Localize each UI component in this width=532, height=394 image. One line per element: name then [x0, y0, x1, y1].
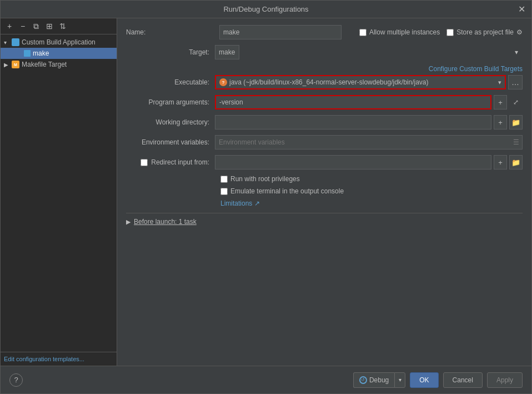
program-args-expand-button[interactable]: ⤢ — [509, 95, 523, 109]
redirect-add-button[interactable]: + — [494, 155, 507, 169]
configure-link[interactable]: Configure Custom Build Targets — [126, 65, 523, 73]
java-icon: ? — [219, 78, 227, 86]
store-project-checkbox[interactable] — [446, 29, 454, 36]
working-dir-row: Working directory: + 📁 — [126, 115, 523, 129]
help-button[interactable]: ? — [9, 373, 23, 387]
program-args-label: Program arguments: — [126, 98, 215, 106]
store-project-icon: ⚙ — [516, 28, 523, 36]
add-config-button[interactable]: + — [4, 21, 15, 32]
edit-templates-label: Edit configuration templates... — [4, 356, 84, 362]
sidebar: + − ⧉ ⊞ ⇅ ▾ Custom Build Application m — [1, 18, 117, 366]
executable-display[interactable]: ? java (~jdk/build/linux-x86_64-normal-s… — [215, 75, 506, 89]
executable-label: Executable: — [126, 78, 215, 86]
program-args-row: Program arguments: + ⤢ — [126, 95, 523, 109]
debug-label: Debug — [369, 376, 389, 384]
target-label: Target: — [126, 48, 215, 56]
allow-multiple-checkbox[interactable] — [359, 29, 367, 36]
emulate-terminal-checkbox[interactable] — [220, 188, 228, 195]
working-dir-add-button[interactable]: + — [494, 115, 507, 129]
footer-buttons: ↺ Debug ▾ OK Cancel Apply — [353, 372, 523, 388]
emulate-terminal-label[interactable]: Emulate terminal in the output console — [220, 187, 344, 195]
title-bar: Run/Debug Configurations ✕ — [1, 1, 531, 18]
ok-button[interactable]: OK — [410, 372, 438, 388]
redirect-label: Redirect input from: — [126, 158, 215, 166]
ok-label: OK — [419, 376, 429, 384]
config-tree: ▾ Custom Build Application make ▶ M Make… — [1, 34, 117, 72]
debug-icon: ↺ — [359, 376, 367, 384]
emulate-terminal-text: Emulate terminal in the output console — [230, 187, 344, 195]
apply-label: Apply — [496, 376, 513, 384]
sidebar-item-custom-build[interactable]: ▾ Custom Build Application — [1, 37, 117, 48]
redirect-row: Redirect input from: + 📁 — [126, 155, 523, 169]
allow-multiple-text: Allow multiple instances — [369, 28, 440, 36]
env-vars-wrapper: ☰ — [215, 135, 523, 149]
sidebar-toolbar: + − ⧉ ⊞ ⇅ — [1, 18, 117, 34]
dialog-title: Run/Debug Configurations — [223, 5, 308, 13]
close-button[interactable]: ✕ — [517, 5, 526, 14]
main-content: + − ⧉ ⊞ ⇅ ▾ Custom Build Application m — [1, 18, 531, 366]
allow-multiple-label[interactable]: Allow multiple instances — [359, 28, 440, 36]
before-launch-arrow: ▶ — [126, 218, 131, 226]
name-input[interactable] — [219, 25, 342, 39]
run-root-row: Run with root privileges — [126, 175, 523, 183]
sidebar-item-custom-build-label: Custom Build Application — [22, 38, 96, 46]
copy-config-button[interactable]: ⧉ — [31, 21, 42, 32]
before-launch-section[interactable]: ▶ Before launch: 1 task — [126, 213, 523, 230]
executable-browse-button[interactable]: … — [508, 75, 523, 89]
config-panel: Name: Allow multiple instances Store as … — [117, 18, 531, 366]
working-dir-input[interactable] — [215, 115, 491, 129]
debug-dropdown-button[interactable]: ▾ — [394, 372, 405, 388]
target-select-wrapper: make — [215, 45, 523, 59]
working-dir-label: Working directory: — [126, 118, 215, 126]
env-vars-row: Environment variables: ☰ — [126, 135, 523, 149]
program-args-add-button[interactable]: + — [494, 95, 507, 109]
cancel-label: Cancel — [453, 376, 473, 384]
target-row: Target: make — [126, 45, 523, 59]
run-root-text: Run with root privileges — [230, 175, 300, 183]
limitations-link[interactable]: Limitations ↗ — [220, 200, 260, 207]
expand-arrow-makefile: ▶ — [4, 62, 11, 68]
debug-button[interactable]: ↺ Debug — [353, 372, 394, 388]
edit-templates-link[interactable]: Edit configuration templates... — [1, 352, 117, 366]
debug-arrow-icon: ▾ — [399, 377, 401, 383]
store-project-label[interactable]: Store as project file ⚙ — [446, 28, 523, 36]
working-dir-browse-button[interactable]: 📁 — [509, 115, 523, 129]
redirect-checkbox[interactable] — [140, 159, 148, 166]
debug-button-group: ↺ Debug ▾ — [353, 372, 405, 388]
configure-link-text: Configure Custom Build Targets — [429, 65, 523, 73]
dialog-footer: ? ↺ Debug ▾ OK Cancel Apply — [1, 366, 531, 393]
target-select[interactable]: make — [215, 45, 239, 59]
folder-config-button[interactable]: ⊞ — [44, 21, 55, 32]
sidebar-item-make[interactable]: make — [1, 48, 117, 59]
run-root-checkbox[interactable] — [220, 176, 228, 183]
program-args-input[interactable] — [215, 95, 491, 109]
cancel-button[interactable]: Cancel — [443, 372, 483, 388]
sidebar-item-make-label: make — [33, 49, 49, 57]
store-project-text: Store as project file — [456, 28, 514, 36]
executable-row: Executable: ? java (~jdk/build/linux-x86… — [126, 75, 523, 89]
env-vars-input[interactable] — [215, 135, 523, 149]
help-icon: ? — [14, 376, 18, 384]
redirect-browse-button[interactable]: 📁 — [509, 155, 523, 169]
redirect-text: Redirect input from: — [151, 158, 209, 166]
run-debug-dialog: Run/Debug Configurations ✕ + − ⧉ ⊞ ⇅ ▾ C… — [0, 0, 532, 394]
apply-button[interactable]: Apply — [487, 372, 523, 388]
redirect-input[interactable] — [215, 155, 491, 169]
custom-build-icon — [12, 38, 19, 46]
makefile-icon: M — [12, 61, 19, 68]
expand-arrow-custom-build: ▾ — [4, 39, 11, 46]
exec-dropdown-arrow: ▾ — [498, 79, 501, 86]
env-vars-list-icon: ☰ — [513, 138, 519, 146]
env-vars-label: Environment variables: — [126, 138, 215, 146]
make-icon — [24, 50, 31, 57]
sidebar-item-makefile-target[interactable]: ▶ M Makefile Target — [1, 59, 117, 70]
name-label: Name: — [126, 28, 215, 36]
sidebar-item-makefile-label: Makefile Target — [22, 61, 67, 68]
sort-config-button[interactable]: ⇅ — [57, 21, 68, 32]
before-launch-label: Before launch: 1 task — [134, 218, 197, 226]
run-root-label[interactable]: Run with root privileges — [220, 175, 300, 183]
remove-config-button[interactable]: − — [17, 21, 28, 32]
emulate-terminal-row: Emulate terminal in the output console — [126, 187, 523, 195]
executable-value: java (~jdk/build/linux-x86_64-normal-ser… — [229, 78, 429, 86]
